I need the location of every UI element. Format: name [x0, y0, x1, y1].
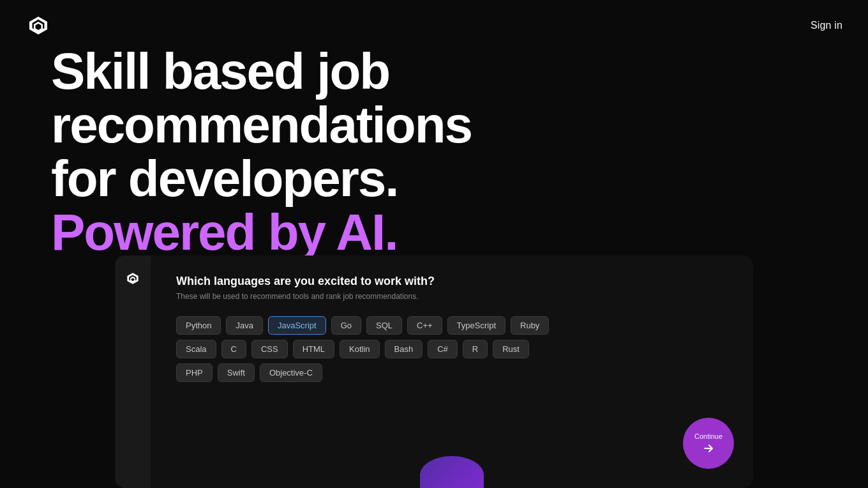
tag-r[interactable]: R [463, 340, 488, 358]
tag-css[interactable]: CSS [251, 340, 288, 358]
arrow-right-icon [703, 443, 714, 454]
card-sidebar [115, 255, 151, 488]
tag-c[interactable]: C [221, 340, 246, 358]
logo [26, 13, 51, 38]
tag-html[interactable]: HTML [293, 340, 334, 358]
tag-php[interactable]: PHP [176, 363, 213, 382]
tag-rust[interactable]: Rust [493, 340, 529, 358]
card-container: Which languages are you excited to work … [115, 255, 753, 488]
hero-section: Skill based job recommendations for deve… [51, 45, 472, 259]
tag-c--[interactable]: C++ [407, 316, 442, 335]
tag-ruby[interactable]: Ruby [511, 316, 549, 335]
bottom-avatar-decoration [420, 456, 484, 488]
tag-objective-c[interactable]: Objective-C [260, 363, 322, 382]
tag-sql[interactable]: SQL [366, 316, 402, 335]
tag-kotlin[interactable]: Kotlin [340, 340, 380, 358]
card-sidebar-logo [124, 270, 142, 287]
tag-java[interactable]: Java [226, 316, 262, 335]
hero-line2: recommendations [51, 96, 472, 153]
hero-line3: for developers. [51, 150, 398, 207]
card: Which languages are you excited to work … [115, 255, 753, 488]
tag-c-[interactable]: C# [428, 340, 458, 358]
tag-typescript[interactable]: TypeScript [447, 316, 505, 335]
tag-javascript[interactable]: JavaScript [268, 316, 326, 335]
card-question: Which languages are you excited to work … [176, 275, 728, 288]
tag-bash[interactable]: Bash [385, 340, 423, 358]
sign-in-button[interactable]: Sign in [811, 20, 842, 31]
tag-python[interactable]: Python [176, 316, 221, 335]
tag-swift[interactable]: Swift [218, 363, 255, 382]
continue-button[interactable]: Continue [683, 418, 734, 469]
continue-label: Continue [694, 432, 722, 440]
hero-line4: Powered by AI. [51, 204, 398, 261]
card-subtitle: These will be used to recommend tools an… [176, 292, 728, 301]
hero-title: Skill based job recommendations for deve… [51, 45, 472, 259]
tag-go[interactable]: Go [331, 316, 361, 335]
hero-line1: Skill based job [51, 43, 389, 100]
card-content: Which languages are you excited to work … [151, 255, 753, 488]
header: Sign in [0, 0, 868, 51]
tags-container: PythonJavaJavaScriptGoSQLC++TypeScriptRu… [176, 316, 559, 382]
tag-scala[interactable]: Scala [176, 340, 216, 358]
